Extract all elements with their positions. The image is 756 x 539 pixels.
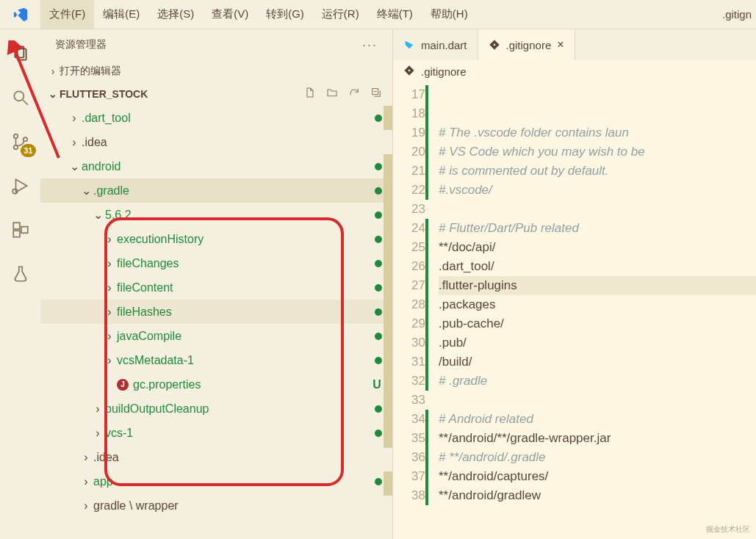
code-line[interactable]: .dart_tool/ (439, 257, 756, 276)
code-line[interactable]: # VS Code which you may wish to be (439, 142, 756, 162)
editor-tab[interactable]: main.dart (393, 29, 478, 60)
tab-label: .gitignore (506, 39, 552, 51)
editor-tab[interactable]: .gitignore× (478, 29, 575, 60)
tree-row[interactable]: ›buildOutputCleanup (40, 397, 392, 421)
line-number: 37 (393, 467, 425, 486)
svg-rect-11 (21, 227, 28, 234)
code-editor[interactable]: 1718192021222324252627282930313233343536… (393, 82, 756, 539)
project-section[interactable]: ⌄ FLUTTER_STOCK (40, 82, 392, 106)
tree-row[interactable]: ›vcs-1 (40, 421, 392, 445)
code-line[interactable]: **/android/**/gradle-wrapper.jar (439, 429, 756, 448)
code-line[interactable]: # .gradle (439, 372, 756, 391)
code-line[interactable]: # Flutter/Dart/Pub related (439, 219, 756, 238)
chevron-right-icon[interactable]: › (67, 136, 82, 149)
file-tree[interactable]: ›.dart_tool›.idea⌄android⌄.gradle⌄5.6.2›… (40, 106, 392, 539)
code-line[interactable]: #.vscode/ (439, 181, 756, 200)
tree-label: vcsMetadata-1 (117, 354, 375, 367)
chevron-right-icon[interactable]: › (102, 330, 117, 343)
menu-item[interactable]: 查看(V) (203, 0, 257, 29)
svg-rect-0 (15, 46, 24, 57)
tree-label: fileChanges (117, 257, 375, 270)
code-line[interactable]: # is commented out by default. (439, 162, 756, 181)
chevron-right-icon[interactable]: › (102, 257, 117, 270)
tree-row[interactable]: Jgc.propertiesU (40, 372, 392, 397)
refresh-icon[interactable] (348, 87, 360, 101)
tree-row[interactable]: ›.idea (40, 445, 392, 469)
chevron-right-icon[interactable]: › (90, 427, 105, 440)
more-actions-icon[interactable]: ··· (362, 37, 378, 53)
chevron-right-icon[interactable]: › (79, 475, 93, 488)
code-line[interactable]: .pub/ (439, 333, 756, 352)
testing-icon[interactable] (10, 263, 32, 285)
menu-item[interactable]: 编辑(E) (94, 0, 148, 29)
tree-row[interactable]: ›fileContent (40, 275, 392, 300)
tree-row[interactable]: ›.idea (40, 130, 392, 154)
menu-item[interactable]: 转到(G) (257, 0, 313, 29)
code-content[interactable]: # The .vscode folder contains laun# VS C… (439, 82, 756, 539)
new-folder-icon[interactable] (326, 87, 338, 101)
code-line[interactable] (439, 200, 756, 219)
svg-point-14 (493, 44, 495, 46)
tree-row[interactable]: ›fileHashes (40, 300, 392, 324)
chevron-right-icon[interactable]: › (90, 402, 105, 416)
code-line[interactable] (439, 391, 756, 410)
open-editors-section[interactable]: › 打开的编辑器 (40, 60, 392, 82)
menu-item[interactable]: 文件(F) (40, 0, 94, 29)
chevron-right-icon[interactable]: › (102, 354, 117, 367)
chevron-down-icon[interactable]: ⌄ (67, 159, 82, 173)
code-line[interactable]: # **/android/.gradle (439, 448, 756, 467)
menu-item[interactable]: 终端(T) (368, 0, 422, 29)
source-control-icon[interactable]: 31 (10, 131, 32, 153)
git-modified-dot (375, 236, 382, 243)
close-icon[interactable]: × (557, 38, 564, 51)
breadcrumb[interactable]: .gitignore (393, 60, 756, 82)
git-modified-dot (375, 430, 382, 437)
tree-row[interactable]: ›vcsMetadata-1 (40, 348, 392, 372)
chevron-right-icon[interactable]: › (102, 233, 117, 246)
code-line[interactable]: **/doc/api/ (439, 238, 756, 257)
tree-row[interactable]: ⌄.gradle (40, 178, 392, 203)
code-line[interactable]: # Android related (439, 410, 756, 429)
chevron-right-icon[interactable]: › (67, 112, 82, 125)
code-line[interactable] (439, 104, 756, 123)
tree-row[interactable]: ›app (40, 469, 392, 493)
extensions-icon[interactable] (10, 219, 32, 241)
tree-row[interactable]: ›gradle \ wrapper (40, 493, 392, 518)
tree-row[interactable]: ⌄android (40, 154, 392, 178)
tree-label: .dart_tool (82, 112, 375, 125)
tree-row[interactable]: ⌄5.6.2 (40, 203, 392, 227)
tree-row[interactable]: ›fileChanges (40, 251, 392, 275)
chevron-down-icon[interactable]: ⌄ (90, 208, 105, 222)
chevron-right-icon[interactable]: › (79, 499, 93, 513)
chevron-down-icon[interactable]: ⌄ (79, 184, 93, 198)
line-number: 26 (393, 257, 425, 276)
code-line[interactable]: .pub-cache/ (439, 314, 756, 333)
chevron-right-icon[interactable]: › (79, 451, 93, 464)
chevron-right-icon[interactable]: › (102, 281, 117, 294)
chevron-right-icon[interactable]: › (102, 305, 117, 319)
code-line[interactable]: .flutter-plugins (439, 276, 756, 295)
run-debug-icon[interactable] (10, 175, 32, 197)
code-line[interactable] (439, 85, 756, 104)
tree-row[interactable]: ›executionHistory (40, 227, 392, 251)
collapse-all-icon[interactable] (370, 87, 382, 101)
code-line[interactable]: **/android/captures/ (439, 467, 756, 486)
line-number: 35 (393, 429, 425, 448)
git-file-icon (489, 39, 500, 51)
vscode-logo-icon (0, 7, 40, 23)
menu-item[interactable]: 帮助(H) (422, 0, 477, 29)
tree-row[interactable]: ›javaCompile (40, 324, 392, 348)
menu-item[interactable]: 选择(S) (148, 0, 203, 29)
search-icon[interactable] (10, 87, 32, 109)
code-line[interactable]: # The .vscode folder contains laun (439, 123, 756, 142)
tree-row[interactable]: ›.dart_tool (40, 106, 392, 130)
open-editors-label: 打开的编辑器 (60, 65, 121, 78)
tree-label: 5.6.2 (105, 209, 375, 222)
new-file-icon[interactable] (304, 87, 316, 101)
code-line[interactable]: **/android/gradlew (439, 486, 756, 505)
code-line[interactable]: .packages (439, 295, 756, 314)
line-number: 19 (393, 123, 425, 142)
menu-item[interactable]: 运行(R) (313, 0, 368, 29)
code-line[interactable]: /build/ (439, 352, 756, 372)
explorer-icon[interactable] (10, 43, 32, 65)
